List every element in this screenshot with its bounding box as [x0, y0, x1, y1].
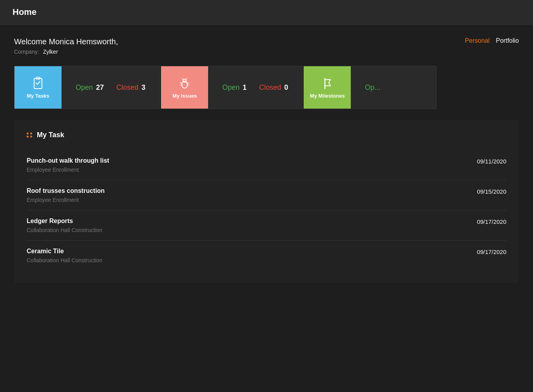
task-project-2: Collaboration Hall Construction: [27, 227, 102, 233]
task-section-header: My Task: [27, 131, 506, 139]
tasks-open-count: 27: [96, 83, 104, 92]
task-info-0: Punch-out walk through list Employee Enr…: [27, 157, 109, 173]
task-name-0: Punch-out walk through list: [27, 157, 109, 164]
issues-open-count: 1: [243, 83, 247, 92]
personal-view-button[interactable]: Personal: [465, 37, 489, 44]
tasks-svg-icon: [31, 76, 45, 91]
milestones-svg-icon: [320, 76, 334, 91]
issues-icon-block: My Issues: [161, 66, 208, 109]
task-item-1[interactable]: Roof trusses construction Employee Enrol…: [27, 180, 506, 211]
task-section: My Task Punch-out walk through list Empl…: [14, 120, 519, 283]
milestones-stats: Op...: [351, 66, 394, 109]
issues-svg-icon: [178, 76, 192, 91]
task-date-0: 09/11/2020: [477, 157, 506, 165]
milestones-open-label: Op...: [365, 83, 380, 92]
tasks-open-label: Open: [76, 83, 93, 92]
issues-closed-label: Closed: [259, 83, 281, 92]
task-info-2: Ledger Reports Collaboration Hall Constr…: [27, 218, 102, 233]
portfolio-view-button[interactable]: Portfolio: [496, 37, 519, 44]
task-info-1: Roof trusses construction Employee Enrol…: [27, 187, 105, 203]
task-item-2[interactable]: Ledger Reports Collaboration Hall Constr…: [27, 211, 506, 241]
dot-2: [30, 132, 32, 134]
company-name: Zylker: [43, 49, 58, 55]
widgets-row: My Tasks Open 27 Closed 3: [14, 66, 519, 109]
tasks-icon-block: My Tasks: [15, 66, 62, 109]
issues-stats: Open 1 Closed 0: [208, 66, 302, 109]
issues-open-stat: Open 1: [222, 83, 247, 92]
svg-line-5: [186, 78, 187, 80]
task-date-1: 09/15/2020: [477, 187, 506, 195]
svg-line-8: [187, 83, 189, 83]
task-list: Punch-out walk through list Employee Enr…: [27, 150, 506, 270]
tasks-closed-stat: Closed 3: [116, 83, 145, 92]
tasks-open-stat: Open 27: [76, 83, 104, 92]
issues-open-label: Open: [222, 83, 239, 92]
task-name-1: Roof trusses construction: [27, 187, 105, 194]
task-item-3[interactable]: Ceramic Tile Collaboration Hall Construc…: [27, 241, 506, 270]
welcome-block: Welcome Monica Hemsworth, Company: Zylke…: [14, 37, 118, 55]
tasks-stats: Open 27 Closed 3: [62, 66, 160, 109]
svg-line-4: [182, 78, 183, 80]
task-item-0[interactable]: Punch-out walk through list Employee Enr…: [27, 150, 506, 180]
task-info-3: Ceramic Tile Collaboration Hall Construc…: [27, 248, 102, 263]
dots-icon: [27, 132, 32, 138]
page-title: Home: [13, 7, 520, 17]
issues-widget-label: My Issues: [172, 93, 197, 99]
company-row: Company: Zylker: [14, 49, 118, 55]
issues-closed-count: 0: [284, 83, 288, 92]
milestones-widget-label: My Milestones: [310, 93, 345, 99]
welcome-row: Welcome Monica Hemsworth, Company: Zylke…: [14, 37, 519, 55]
task-name-2: Ledger Reports: [27, 218, 102, 225]
company-label: Company:: [14, 49, 39, 55]
tasks-closed-label: Closed: [116, 83, 138, 92]
task-section-title: My Task: [37, 131, 64, 139]
task-project-0: Employee Enrollment: [27, 167, 109, 173]
main-content: Welcome Monica Hemsworth, Company: Zylke…: [0, 25, 533, 296]
task-project-1: Employee Enrollment: [27, 197, 105, 203]
milestones-widget[interactable]: My Milestones Op...: [303, 66, 437, 109]
dot-1: [27, 132, 29, 134]
top-header: Home: [0, 0, 533, 25]
task-project-3: Collaboration Hall Construction: [27, 257, 102, 263]
dot-3: [27, 136, 29, 138]
tasks-closed-count: 3: [141, 83, 145, 92]
issues-closed-stat: Closed 0: [259, 83, 288, 92]
task-date-2: 09/17/2020: [477, 218, 506, 225]
task-date-3: 09/17/2020: [477, 248, 506, 255]
svg-line-6: [180, 83, 182, 83]
tasks-widget[interactable]: My Tasks Open 27 Closed 3: [14, 66, 160, 109]
milestones-icon-block: My Milestones: [304, 66, 351, 109]
welcome-greeting: Welcome Monica Hemsworth,: [14, 37, 118, 46]
milestones-open-stat: Op...: [365, 83, 380, 92]
dot-4: [30, 136, 32, 138]
tasks-widget-label: My Tasks: [27, 93, 49, 99]
issues-widget[interactable]: My Issues Open 1 Closed 0: [161, 66, 303, 109]
view-switcher: Personal Portfolio: [465, 37, 519, 44]
task-name-3: Ceramic Tile: [27, 248, 102, 255]
